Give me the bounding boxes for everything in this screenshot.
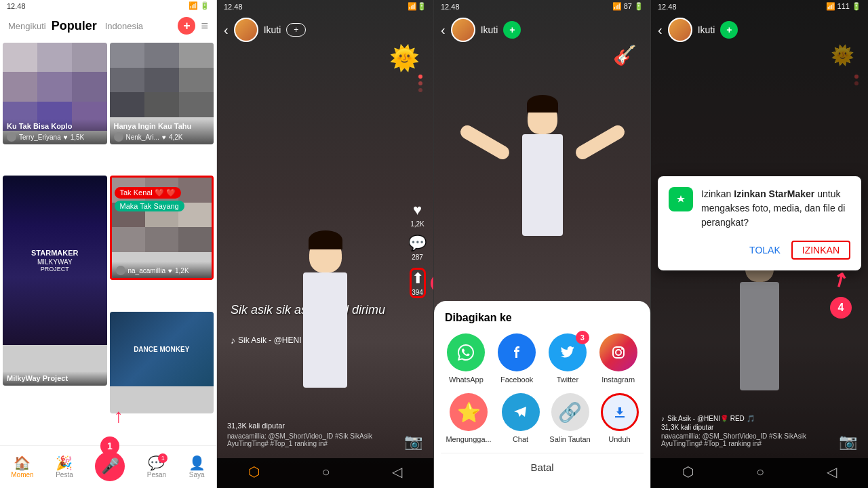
note-icon: ♪	[231, 335, 235, 346]
status-bar-p4: 12.48 📶 111 🔋	[651, 0, 868, 13]
instagram-label: Instagram	[601, 375, 635, 384]
follow-btn-p3[interactable]: +	[503, 21, 521, 39]
step4-badge: 4	[830, 297, 852, 319]
tolak-button[interactable]: TOLAK	[749, 241, 781, 260]
svg-point-2	[621, 348, 623, 350]
follow-button-p2[interactable]: +	[286, 23, 306, 37]
video-card-4[interactable]: Tak Kenal ❤️ ❤️ Maka Tak Sayang na_acami…	[110, 176, 214, 280]
cam-btn-p4[interactable]: 📷	[839, 433, 857, 451]
share-starmaker[interactable]: ⭐ Mengungga...	[446, 393, 491, 443]
video-card-5[interactable]: DANCE MONKEY	[110, 312, 214, 413]
status-bar-p3: 12.48 📶 87 🔋	[434, 0, 650, 13]
share-instagram[interactable]: Instagram	[599, 333, 637, 384]
panel4-topbar: ‹ Ikuti +	[651, 14, 868, 46]
video-card-3[interactable]: STARMAKER MILKYWAY PROJECT MilkyWay Proj…	[3, 176, 107, 386]
nav-pesan[interactable]: 💬 Pesan 1	[147, 455, 166, 479]
panel3-topbar: ‹ Ikuti +	[434, 14, 650, 46]
record-button[interactable]: 🎤	[95, 451, 125, 481]
bars-icon[interactable]: ≡	[201, 19, 208, 33]
share-facebook[interactable]: Facebook	[498, 333, 536, 384]
share-download[interactable]: Unduh	[601, 393, 639, 443]
username-p3: Ikuti	[481, 24, 498, 35]
share-whatsapp[interactable]: WhatsApp	[447, 333, 485, 384]
facebook-label: Facebook	[500, 375, 533, 384]
home-icon: 🏠	[14, 455, 31, 471]
like-action[interactable]: ♥ 1,2K	[410, 201, 425, 228]
share-icon: ⬆	[412, 270, 424, 287]
nav-back-p4[interactable]: ◁	[827, 464, 837, 480]
video-card-2-info: Hanya Ingin Kau Tahu Nenk_Ari... ♥ 4,2K	[110, 119, 214, 144]
instagram-icon	[599, 333, 637, 371]
izinkan-button[interactable]: IZINKAN	[791, 241, 850, 260]
signal-p2: 📶🔋	[408, 2, 427, 11]
cam-btn-p2[interactable]: 📷	[404, 433, 422, 451]
caption-area: 31,3K kali diputar navacamillia: @SM_Sho…	[227, 422, 393, 447]
nav-back-p2[interactable]: ◁	[392, 464, 402, 480]
signal-icons-p1: 📶 🔋	[189, 1, 210, 10]
nav-momen[interactable]: 🏠 Momen	[11, 455, 33, 479]
share-row-2: ⭐ Mengungga... Chat 🔗 Salin T	[441, 393, 644, 443]
back-btn-p3[interactable]: ‹	[441, 22, 446, 38]
nav-pesta[interactable]: 🎉 Pesta	[56, 455, 73, 479]
time-p2: 12.48	[224, 3, 243, 11]
add-button[interactable]: +	[178, 17, 195, 35]
nav-home-p4[interactable]: ⬡	[682, 464, 694, 480]
popular-title[interactable]: Populer	[52, 19, 97, 33]
comment-action[interactable]: 💬 287	[408, 235, 427, 261]
video-card-3-info: MilkyWay Project	[3, 371, 107, 386]
following-label[interactable]: Mengikuti	[8, 21, 46, 31]
region-btn[interactable]: Indonesia	[105, 21, 143, 31]
link-icon: 🔗	[551, 393, 589, 431]
video-card-4-info: na_acamillia ♥ 1,2K	[112, 262, 212, 278]
panel-1: 12.48 📶 🔋 Mengikuti Populer Indonesia + …	[0, 0, 217, 488]
nav-saya[interactable]: 👤 Saya	[189, 455, 205, 479]
share-row-1: WhatsApp Facebook	[441, 333, 644, 384]
author-caption: navacamillia: @SM_ShortVideo_ID #Sik Sik…	[227, 432, 393, 447]
likes-2: 4,2K	[169, 134, 183, 141]
back-button-p2[interactable]: ‹	[224, 22, 229, 38]
nav-circle-p2[interactable]: ○	[321, 464, 330, 480]
panel-3: 12.48 📶 87 🔋 ‹ Ikuti + 🎸 Dibagikan ke Wh…	[434, 0, 651, 488]
panel1-header: Mengikuti Populer Indonesia + ≡	[0, 12, 216, 40]
username-p4: Ikuti	[698, 24, 715, 35]
like-count: 1,2K	[410, 220, 425, 228]
status-bar-p2: 12.48 📶🔋	[217, 0, 433, 13]
panel4-bottom-bar: ⬡ ○ ◁	[651, 458, 868, 488]
record-btn-wrap: 🎤	[95, 451, 125, 481]
step1-badge: 1	[100, 436, 119, 455]
panel2-topbar: ‹ Ikuti +	[217, 14, 433, 46]
video-card-2[interactable]: Hanya Ingin Kau Tahu Nenk_Ari... ♥ 4,2K	[110, 43, 214, 144]
chat-label: Chat	[513, 435, 528, 443]
author-4: na_acamillia	[128, 267, 166, 274]
likes-4: 1,2K	[175, 267, 189, 274]
permission-dialog: Izinkan Izinkan StarMaker untuk mengakse…	[658, 176, 861, 270]
dots-indicator	[418, 75, 422, 92]
download-icon	[601, 393, 639, 431]
video-card-1[interactable]: Ku Tak Bisa Koplo Terry_Eriyana ♥ 1,5K	[3, 43, 107, 144]
nav-pesan-label: Pesan	[147, 471, 166, 479]
heart-icon: ♥	[413, 201, 422, 219]
link-label: Salin Tautan	[549, 435, 590, 443]
time-p1: 12.48	[7, 2, 26, 10]
video-meta-2: Nenk_Ari... ♥ 4,2K	[114, 132, 210, 142]
maka-badge: Maka Tak Sayang	[115, 201, 184, 211]
plays-count: 31,3K kali diputar	[227, 422, 393, 430]
share-action[interactable]: ⬆ 394 2	[410, 268, 426, 298]
batal-button[interactable]: Batal	[441, 453, 644, 481]
author-2: Nenk_Ari...	[126, 134, 159, 141]
share-chat[interactable]: Chat	[502, 393, 540, 443]
facebook-icon	[498, 333, 536, 371]
video-person-p3	[492, 95, 593, 244]
status-bar-p1: 12.48 📶 🔋	[0, 0, 216, 12]
avatar-p3	[451, 18, 475, 42]
nav-circle-p4[interactable]: ○	[756, 464, 764, 480]
panel2-bottom-bar: ⬡ ○ ◁	[217, 458, 433, 488]
back-btn-p4[interactable]: ‹	[658, 22, 663, 38]
nav-home-p2[interactable]: ⬡	[248, 464, 260, 480]
nav-pesta-label: Pesta	[56, 471, 73, 479]
share-twitter[interactable]: 3 Twitter	[549, 333, 587, 384]
share-link[interactable]: 🔗 Salin Tautan	[549, 393, 590, 443]
message-badge: 1	[158, 453, 167, 463]
author-1: Terry_Eriyana	[19, 134, 61, 141]
follow-btn-p4[interactable]: +	[720, 21, 738, 39]
